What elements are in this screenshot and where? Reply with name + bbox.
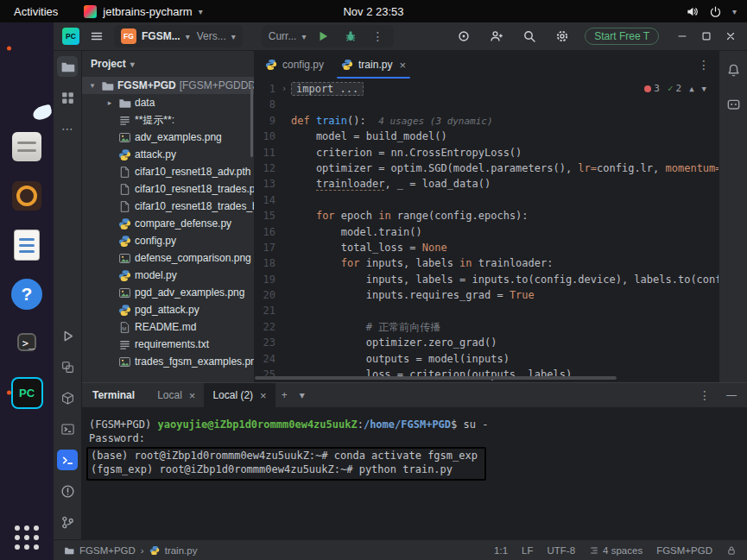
project-scrollbar[interactable]	[250, 84, 253, 157]
project-icon[interactable]	[57, 56, 78, 77]
files-dock-icon[interactable]	[6, 128, 47, 166]
breadcrumb-file[interactable]: train.py	[165, 545, 198, 556]
close-icon[interactable]: ×	[189, 389, 196, 402]
code-with-me-button[interactable]	[486, 26, 507, 47]
chevron-down-icon[interactable]: ▾	[87, 81, 98, 90]
indent-widget[interactable]: 4 spaces	[589, 545, 643, 556]
chevron-up-icon[interactable]: ▲	[689, 85, 693, 93]
tab-options-button[interactable]: ⋮	[694, 58, 719, 72]
project-tree-item[interactable]: model.py	[82, 267, 254, 284]
project-tree-item[interactable]: requirements.txt	[82, 336, 254, 353]
show-applications-button[interactable]	[15, 525, 39, 550]
close-icon[interactable]: ×	[399, 59, 406, 72]
activities-button[interactable]: Activities	[10, 3, 61, 20]
maximize-icon[interactable]	[700, 30, 712, 42]
project-tree-item[interactable]: cifar10_resnet18_trades.p	[82, 180, 254, 198]
tab-config.py[interactable]: config.py	[256, 51, 332, 79]
project-tree-item[interactable]: **提示**:	[82, 111, 254, 129]
folded-imports[interactable]: import ...	[291, 82, 364, 96]
pycharm-dock-icon[interactable]: PC	[6, 374, 47, 412]
fold-chevron-icon[interactable]: ›	[277, 81, 291, 97]
tab-train.py[interactable]: train.py×	[332, 51, 415, 79]
settings-button[interactable]	[552, 26, 573, 47]
project-tree-item[interactable]: pgd_adv_examples.png	[82, 284, 254, 301]
run-configuration-selector[interactable]: Curr... ▾	[269, 30, 307, 42]
gutter-spacer	[277, 240, 291, 255]
code-editor[interactable]: 1›import ...89def train(): 4 usages (3 d…	[255, 79, 719, 382]
chevron-down-icon[interactable]: ▼	[702, 85, 706, 93]
project-tree-item[interactable]: adv_examples.png	[82, 129, 254, 146]
project-widget[interactable]: FG FGSM... ▾	[121, 28, 190, 44]
inspections-widget[interactable]: 3 ✓ 2 ▲ ▼	[641, 82, 710, 95]
chevron-down-icon[interactable]: ▾	[294, 389, 311, 401]
more-run-actions-button[interactable]: ⋮	[368, 29, 387, 43]
project-tree-item[interactable]: cifar10_resnet18_trades_b	[82, 198, 254, 215]
help-dock-icon[interactable]: ?	[6, 275, 47, 313]
close-icon[interactable]	[725, 30, 737, 42]
firefox-dock-icon[interactable]	[6, 29, 47, 67]
terminal-icon[interactable]	[57, 450, 78, 470]
code-line: 15 for epoch in range(config.epochs):	[255, 208, 719, 223]
project-tree-item[interactable]: MREADME.md	[82, 318, 254, 336]
close-icon[interactable]: ×	[260, 389, 267, 402]
project-tree-item[interactable]: ▾FGSM+PGD [FGSM+PGDDDD	[82, 77, 254, 94]
vcs-widget[interactable]: Vers... ▾	[197, 30, 236, 42]
notifications-bell-icon[interactable]	[723, 60, 744, 80]
ai-assistant-button[interactable]	[453, 26, 474, 47]
ai-assistant-icon[interactable]	[723, 94, 744, 115]
services-icon[interactable]	[57, 356, 78, 377]
docs-dock-icon[interactable]	[6, 226, 47, 264]
gutter-spacer	[277, 367, 291, 382]
terminal-tab-Local (2)[interactable]: Local (2)×	[204, 383, 275, 407]
terminal-options-button[interactable]: ⋮	[695, 388, 714, 402]
problems-icon[interactable]	[57, 481, 78, 501]
lock-icon[interactable]	[726, 545, 737, 556]
python-console-icon[interactable]	[57, 418, 78, 439]
project-tree-item[interactable]: config.py	[82, 232, 254, 249]
line-separator-widget[interactable]: LF	[522, 545, 533, 556]
interpreter-widget[interactable]: FGSM+PGD	[656, 545, 712, 556]
minimize-icon[interactable]	[676, 30, 688, 42]
chevron-right-icon[interactable]: ▸	[104, 98, 115, 107]
search-everywhere-button[interactable]	[519, 26, 540, 47]
terminal-output[interactable]: (FGSM+PGD) yaoyujie@iZbp1d0rommm0ew4zu5u…	[82, 408, 747, 539]
main-menu-button[interactable]	[86, 26, 107, 47]
python-packages-icon[interactable]	[57, 387, 78, 408]
caret-position-widget[interactable]: 1:1	[494, 545, 508, 556]
run-widget: Curr... ▾ ⋮	[262, 25, 395, 47]
project-tree-item[interactable]: ▸data	[82, 94, 254, 111]
git-icon[interactable]	[57, 512, 78, 532]
start-trial-button[interactable]: Start Free T	[585, 28, 659, 45]
debug-button[interactable]	[340, 26, 361, 47]
project-tree-item[interactable]: pgd_attack.py	[82, 301, 254, 318]
pycharm-logo-icon[interactable]: PC	[62, 28, 79, 45]
terminal-dock-icon[interactable]: >_	[6, 324, 47, 362]
structure-icon[interactable]	[57, 87, 78, 108]
media-dock-icon[interactable]	[6, 177, 47, 215]
project-header[interactable]: Project ▾	[82, 51, 254, 77]
breadcrumb-project[interactable]: FGSM+PGD	[79, 545, 136, 556]
project-tree-item[interactable]: trades_fgsm_examples.pn	[82, 353, 254, 370]
item-label: data	[135, 97, 155, 109]
files-glyph	[12, 132, 41, 161]
hide-terminal-button[interactable]: —	[726, 389, 737, 401]
project-tree-item[interactable]: attack.py	[82, 146, 254, 163]
run-button[interactable]	[313, 26, 333, 47]
new-terminal-tab-button[interactable]: +	[275, 389, 294, 401]
project-tree-item[interactable]: cifar10_resnet18_adv.pth	[82, 163, 254, 180]
more-tools-icon[interactable]: ⋯	[57, 118, 78, 139]
project-tree-item[interactable]: defense_comparison.png	[82, 249, 254, 267]
code-line: 17 total_loss = None	[255, 240, 719, 255]
code-line: 20 inputs.requires_grad = True	[255, 287, 719, 303]
code-token: range(config.epochs):	[391, 210, 529, 222]
horizontal-scrollbar[interactable]	[255, 376, 617, 380]
mail-dock-icon[interactable]	[6, 79, 47, 116]
focused-app-indicator[interactable]: jetbrains-pycharm ▾	[84, 5, 202, 18]
gutter-spacer	[277, 255, 291, 271]
clock[interactable]: Nov 2 23:53	[343, 5, 403, 18]
run-icon[interactable]	[57, 325, 78, 346]
system-tray[interactable]: ▾	[686, 5, 737, 18]
encoding-widget[interactable]: UTF-8	[548, 545, 576, 556]
project-tree-item[interactable]: compare_defense.py	[82, 215, 254, 232]
terminal-tab-Local[interactable]: Local×	[149, 383, 204, 407]
